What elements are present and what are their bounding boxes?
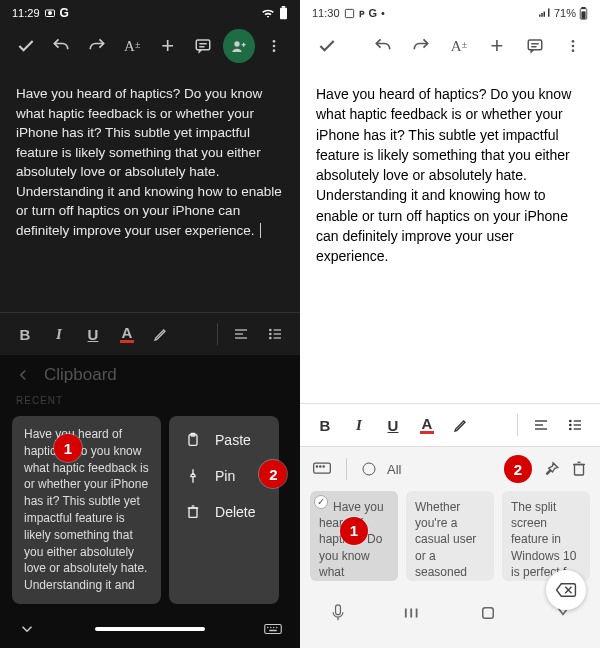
callout-1: 1 [340,517,368,545]
callout-2: 2 [259,460,287,488]
highlight-button[interactable] [146,319,176,349]
format-toolbar: B I U A [300,403,600,446]
bold-button[interactable]: B [310,410,340,440]
more-button[interactable] [556,29,590,63]
svg-rect-4 [197,40,211,50]
keyboard-icon[interactable] [264,622,282,636]
text-format-button[interactable]: A± [117,29,149,63]
gesture-handle[interactable] [95,627,205,631]
text-color-button[interactable]: A [412,410,442,440]
svg-rect-42 [528,40,542,50]
svg-rect-34 [345,9,353,17]
italic-button[interactable]: I [344,410,374,440]
list-button[interactable] [560,410,590,440]
clipboard-section-label: RECENT [0,395,300,410]
bold-button[interactable]: B [10,319,40,349]
done-check-button[interactable] [10,29,42,63]
nav-home[interactable] [466,601,510,625]
svg-rect-72 [482,608,493,619]
battery-icon [579,7,588,20]
undo-button[interactable] [46,29,78,63]
svg-point-17 [270,333,271,334]
svg-rect-36 [541,13,543,17]
align-button[interactable] [526,410,556,440]
keyboard-dock [0,612,300,648]
select-all-radio[interactable] [361,461,377,477]
mic-icon[interactable] [316,601,360,625]
underline-button[interactable]: U [378,410,408,440]
select-all-label[interactable]: All [387,462,401,477]
comment-button[interactable] [518,29,552,63]
check-circle-icon: ✓ [314,495,328,509]
clipboard-context-menu: Paste Pin 2 Delete [169,416,279,604]
svg-rect-35 [539,15,541,17]
highlight-button[interactable] [446,410,476,440]
context-pin-label: Pin [215,468,235,484]
svg-point-52 [570,424,571,425]
format-toolbar: B I U A [0,312,300,355]
pin-icon[interactable] [542,460,560,478]
svg-rect-37 [543,12,545,17]
svg-point-11 [273,45,276,48]
svg-point-32 [276,627,278,629]
clipboard-item[interactable]: Whether you're a casual user or a season… [406,491,494,581]
underline-button[interactable]: U [78,319,108,349]
text-format-button[interactable]: A± [442,29,476,63]
svg-point-45 [572,40,575,43]
svg-point-46 [572,45,575,48]
document-text: Have you heard of haptics? Do you know w… [316,86,571,264]
italic-button[interactable]: I [44,319,74,349]
delete-icon[interactable] [570,460,588,478]
text-color-button[interactable]: A [112,319,142,349]
svg-point-29 [267,627,269,629]
nav-recents[interactable] [391,601,435,625]
status-bar-left: 11:29 G [0,0,300,24]
more-button[interactable] [259,29,291,63]
collapse-icon[interactable] [18,620,36,638]
svg-rect-67 [335,605,340,615]
done-check-button[interactable] [310,29,344,63]
context-delete[interactable]: Delete [169,494,279,530]
clipboard-entry[interactable]: Have you heard of haptics? Do you know w… [12,416,161,604]
svg-point-10 [273,40,276,43]
document-body[interactable]: Have you heard of haptics? Do you know w… [300,68,600,267]
align-button[interactable] [226,319,256,349]
context-pin[interactable]: Pin 2 [169,458,279,494]
insert-button[interactable]: + [480,29,514,63]
clipboard-item-text: Whether you're a casual user or a season… [415,500,476,581]
undo-button[interactable] [366,29,400,63]
clipboard-item[interactable]: ✓ Have you heard of haptics? Do you know… [310,491,398,581]
clipboard-item-text: The split screen feature in Windows 10 i… [511,500,576,579]
text-cursor [260,223,265,238]
svg-point-59 [320,466,321,467]
battery-icon [279,6,288,20]
list-button[interactable] [260,319,290,349]
callout-1: 1 [54,434,82,462]
document-text: Have you heard of haptics? Do you know w… [16,86,282,238]
context-paste[interactable]: Paste [169,422,279,458]
insert-button[interactable]: + [152,29,184,63]
svg-point-12 [273,49,276,52]
svg-rect-57 [314,463,331,473]
comment-button[interactable] [188,29,220,63]
redo-button[interactable] [81,29,113,63]
share-button[interactable] [223,29,255,63]
svg-point-51 [570,420,571,421]
svg-rect-25 [189,508,197,517]
backspace-fab[interactable] [546,570,586,610]
clipboard-item[interactable]: The split screen feature in Windows 10 i… [502,491,590,581]
editor-toolbar: A± + [0,24,300,68]
svg-point-0 [48,11,52,15]
svg-rect-3 [282,6,286,8]
redo-button[interactable] [404,29,438,63]
svg-rect-40 [582,11,585,18]
svg-point-31 [273,627,275,629]
context-delete-label: Delete [215,504,255,520]
keyboard-toggle-icon[interactable] [312,461,332,477]
editor-toolbar: A± + [300,24,600,68]
clipboard-panel: All 2 ✓ Have you heard of haptics? Do yo… [300,446,600,648]
back-icon[interactable] [14,366,32,384]
clipboard-title: Clipboard [44,365,117,385]
svg-point-53 [570,428,571,429]
document-body[interactable]: Have you heard of haptics? Do you know w… [0,68,300,241]
